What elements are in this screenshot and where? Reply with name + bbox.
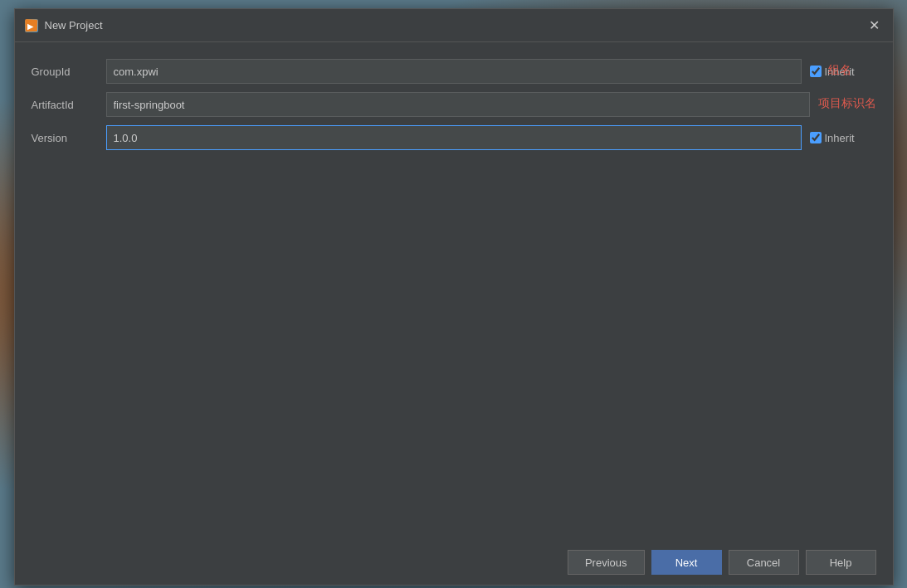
title-left: ▶ New Project [25, 19, 103, 32]
groupid-inherit-checkbox[interactable] [810, 66, 822, 77]
version-inherit-container: Inherit [810, 132, 876, 144]
dialog-title: New Project [45, 19, 103, 32]
groupid-input[interactable] [106, 59, 802, 84]
artifactid-annotation: 项目标识名 [818, 96, 876, 111]
version-inherit-checkbox[interactable] [810, 132, 822, 143]
artifactid-input-container: 项目标识名 [106, 92, 810, 117]
artifactid-label: ArtifactId [32, 99, 106, 111]
groupid-label: GroupId [32, 66, 106, 78]
titlebar: ▶ New Project ✕ [15, 9, 893, 42]
cancel-button[interactable]: Cancel [729, 550, 799, 575]
dialog-icon: ▶ [25, 19, 38, 32]
groupid-row: GroupId 组名 Inherit [32, 59, 876, 84]
groupid-inherit-label: Inherit [825, 66, 855, 78]
artifactid-row: ArtifactId 项目标识名 [32, 92, 876, 117]
next-button[interactable]: Next [651, 550, 722, 575]
close-button[interactable]: ✕ [866, 17, 883, 34]
version-input-container [106, 125, 802, 150]
dialog-footer: Previous Next Cancel Help [15, 540, 893, 585]
version-inherit-label: Inherit [825, 132, 855, 144]
version-input[interactable] [106, 125, 802, 150]
groupid-inherit-container: Inherit [810, 66, 876, 78]
artifactid-input[interactable] [106, 92, 810, 117]
groupid-input-container: 组名 [106, 59, 802, 84]
svg-text:▶: ▶ [27, 22, 34, 31]
version-row: Version Inherit [32, 125, 876, 150]
dialog-content: GroupId 组名 Inherit ArtifactId 项目标识名 [15, 42, 893, 540]
main-empty-area [32, 158, 876, 532]
previous-button[interactable]: Previous [568, 550, 645, 575]
new-project-dialog: ▶ New Project ✕ GroupId 组名 Inherit [14, 8, 894, 586]
version-label: Version [32, 132, 106, 144]
help-button[interactable]: Help [806, 550, 876, 575]
